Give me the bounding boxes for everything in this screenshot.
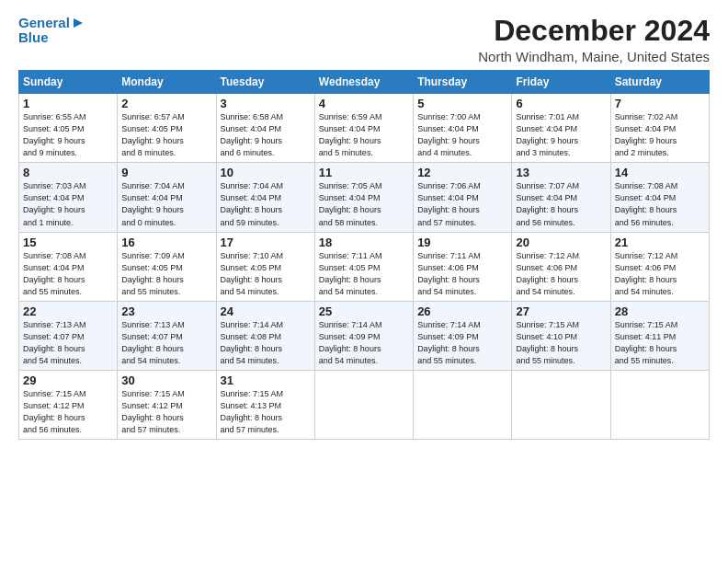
calendar-cell — [414, 370, 512, 439]
logo-triangle-icon — [72, 17, 85, 29]
logo-blue: Blue — [18, 29, 85, 46]
day-number: 26 — [417, 304, 507, 318]
calendar-cell: 31Sunrise: 7:15 AMSunset: 4:13 PMDayligh… — [216, 370, 314, 439]
logo: General Blue — [18, 15, 85, 46]
day-number: 31 — [221, 373, 311, 387]
day-info: Sunrise: 7:08 AMSunset: 4:04 PMDaylight:… — [23, 250, 113, 298]
day-number: 10 — [221, 166, 311, 179]
day-number: 22 — [23, 304, 113, 318]
calendar-page: General Blue December 2024 North Windham… — [0, 0, 728, 563]
week-row-1: 1Sunrise: 6:55 AMSunset: 4:05 PMDaylight… — [19, 94, 710, 163]
calendar-cell: 19Sunrise: 7:11 AMSunset: 4:06 PMDayligh… — [414, 232, 512, 301]
day-info: Sunrise: 7:15 AMSunset: 4:12 PMDaylight:… — [121, 388, 211, 436]
day-number: 5 — [417, 97, 507, 110]
day-number: 23 — [121, 304, 211, 318]
day-info: Sunrise: 7:05 AMSunset: 4:04 PMDaylight:… — [319, 180, 409, 228]
day-info: Sunrise: 7:04 AMSunset: 4:04 PMDaylight:… — [121, 180, 211, 228]
calendar-cell: 25Sunrise: 7:14 AMSunset: 4:09 PMDayligh… — [314, 301, 413, 370]
header-row: SundayMondayTuesdayWednesdayThursdayFrid… — [19, 71, 710, 94]
day-info: Sunrise: 6:55 AMSunset: 4:05 PMDaylight:… — [23, 111, 113, 159]
day-number: 25 — [319, 304, 409, 318]
location: North Windham, Maine, United States — [478, 49, 710, 64]
day-info: Sunrise: 6:58 AMSunset: 4:04 PMDaylight:… — [221, 111, 311, 159]
day-info: Sunrise: 7:15 AMSunset: 4:13 PMDaylight:… — [221, 388, 311, 436]
week-row-4: 22Sunrise: 7:13 AMSunset: 4:07 PMDayligh… — [19, 301, 710, 370]
calendar-cell: 10Sunrise: 7:04 AMSunset: 4:04 PMDayligh… — [216, 163, 314, 232]
day-info: Sunrise: 7:14 AMSunset: 4:09 PMDaylight:… — [417, 319, 507, 367]
day-number: 6 — [516, 97, 606, 110]
calendar-cell: 13Sunrise: 7:07 AMSunset: 4:04 PMDayligh… — [512, 163, 610, 232]
svg-marker-0 — [74, 18, 83, 28]
calendar-cell: 12Sunrise: 7:06 AMSunset: 4:04 PMDayligh… — [414, 163, 512, 232]
day-number: 24 — [221, 304, 311, 318]
calendar-cell: 5Sunrise: 7:00 AMSunset: 4:04 PMDaylight… — [414, 94, 512, 163]
day-info: Sunrise: 7:15 AMSunset: 4:10 PMDaylight:… — [516, 319, 606, 367]
calendar-cell: 14Sunrise: 7:08 AMSunset: 4:04 PMDayligh… — [610, 163, 709, 232]
week-row-2: 8Sunrise: 7:03 AMSunset: 4:04 PMDaylight… — [19, 163, 710, 232]
day-number: 19 — [417, 236, 507, 249]
calendar-cell: 16Sunrise: 7:09 AMSunset: 4:05 PMDayligh… — [118, 232, 216, 301]
calendar-table: SundayMondayTuesdayWednesdayThursdayFrid… — [18, 70, 710, 440]
header-friday: Friday — [512, 71, 610, 94]
calendar-cell: 24Sunrise: 7:14 AMSunset: 4:08 PMDayligh… — [216, 301, 314, 370]
calendar-cell: 3Sunrise: 6:58 AMSunset: 4:04 PMDaylight… — [216, 94, 314, 163]
day-number: 3 — [221, 97, 311, 110]
day-info: Sunrise: 7:07 AMSunset: 4:04 PMDaylight:… — [516, 180, 606, 228]
calendar-cell: 28Sunrise: 7:15 AMSunset: 4:11 PMDayligh… — [610, 301, 709, 370]
calendar-cell: 15Sunrise: 7:08 AMSunset: 4:04 PMDayligh… — [19, 232, 118, 301]
day-number: 28 — [615, 304, 705, 318]
day-number: 27 — [516, 304, 606, 318]
calendar-cell: 30Sunrise: 7:15 AMSunset: 4:12 PMDayligh… — [118, 370, 216, 439]
calendar-cell: 22Sunrise: 7:13 AMSunset: 4:07 PMDayligh… — [19, 301, 118, 370]
day-number: 29 — [23, 373, 113, 387]
day-number: 30 — [121, 373, 211, 387]
calendar-cell: 29Sunrise: 7:15 AMSunset: 4:12 PMDayligh… — [19, 370, 118, 439]
day-info: Sunrise: 7:08 AMSunset: 4:04 PMDaylight:… — [615, 180, 705, 228]
calendar-cell: 2Sunrise: 6:57 AMSunset: 4:05 PMDaylight… — [118, 94, 216, 163]
day-number: 14 — [615, 166, 705, 179]
day-info: Sunrise: 7:13 AMSunset: 4:07 PMDaylight:… — [121, 319, 211, 367]
calendar-cell: 1Sunrise: 6:55 AMSunset: 4:05 PMDaylight… — [19, 94, 118, 163]
calendar-cell — [314, 370, 413, 439]
week-row-3: 15Sunrise: 7:08 AMSunset: 4:04 PMDayligh… — [19, 232, 710, 301]
day-number: 18 — [319, 236, 409, 249]
calendar-cell: 6Sunrise: 7:01 AMSunset: 4:04 PMDaylight… — [512, 94, 610, 163]
calendar-cell: 11Sunrise: 7:05 AMSunset: 4:04 PMDayligh… — [314, 163, 413, 232]
day-number: 16 — [121, 236, 211, 249]
day-info: Sunrise: 7:12 AMSunset: 4:06 PMDaylight:… — [615, 250, 705, 298]
day-info: Sunrise: 6:57 AMSunset: 4:05 PMDaylight:… — [121, 111, 211, 159]
calendar-cell: 20Sunrise: 7:12 AMSunset: 4:06 PMDayligh… — [512, 232, 610, 301]
header-saturday: Saturday — [610, 71, 709, 94]
day-info: Sunrise: 7:04 AMSunset: 4:04 PMDaylight:… — [221, 180, 311, 228]
calendar-cell: 21Sunrise: 7:12 AMSunset: 4:06 PMDayligh… — [610, 232, 709, 301]
day-info: Sunrise: 7:06 AMSunset: 4:04 PMDaylight:… — [417, 180, 507, 228]
header-thursday: Thursday — [414, 71, 512, 94]
header: General Blue December 2024 North Windham… — [18, 15, 710, 64]
header-monday: Monday — [118, 71, 216, 94]
title-block: December 2024 North Windham, Maine, Unit… — [478, 15, 710, 64]
day-info: Sunrise: 7:02 AMSunset: 4:04 PMDaylight:… — [615, 111, 705, 159]
day-number: 21 — [615, 236, 705, 249]
day-info: Sunrise: 7:15 AMSunset: 4:12 PMDaylight:… — [23, 388, 113, 436]
calendar-cell: 23Sunrise: 7:13 AMSunset: 4:07 PMDayligh… — [118, 301, 216, 370]
day-info: Sunrise: 7:10 AMSunset: 4:05 PMDaylight:… — [221, 250, 311, 298]
day-number: 4 — [319, 97, 409, 110]
week-row-5: 29Sunrise: 7:15 AMSunset: 4:12 PMDayligh… — [19, 370, 710, 439]
calendar-cell: 26Sunrise: 7:14 AMSunset: 4:09 PMDayligh… — [414, 301, 512, 370]
day-info: Sunrise: 7:13 AMSunset: 4:07 PMDaylight:… — [23, 319, 113, 367]
day-number: 2 — [121, 97, 211, 110]
day-number: 17 — [221, 236, 311, 249]
header-wednesday: Wednesday — [314, 71, 413, 94]
day-info: Sunrise: 7:12 AMSunset: 4:06 PMDaylight:… — [516, 250, 606, 298]
day-number: 9 — [121, 166, 211, 179]
day-info: Sunrise: 6:59 AMSunset: 4:04 PMDaylight:… — [319, 111, 409, 159]
day-info: Sunrise: 7:09 AMSunset: 4:05 PMDaylight:… — [121, 250, 211, 298]
calendar-cell: 9Sunrise: 7:04 AMSunset: 4:04 PMDaylight… — [118, 163, 216, 232]
day-info: Sunrise: 7:11 AMSunset: 4:05 PMDaylight:… — [319, 250, 409, 298]
day-number: 8 — [23, 166, 113, 179]
calendar-cell: 18Sunrise: 7:11 AMSunset: 4:05 PMDayligh… — [314, 232, 413, 301]
month-title: December 2024 — [478, 15, 710, 47]
day-info: Sunrise: 7:01 AMSunset: 4:04 PMDaylight:… — [516, 111, 606, 159]
day-number: 13 — [516, 166, 606, 179]
day-info: Sunrise: 7:00 AMSunset: 4:04 PMDaylight:… — [417, 111, 507, 159]
